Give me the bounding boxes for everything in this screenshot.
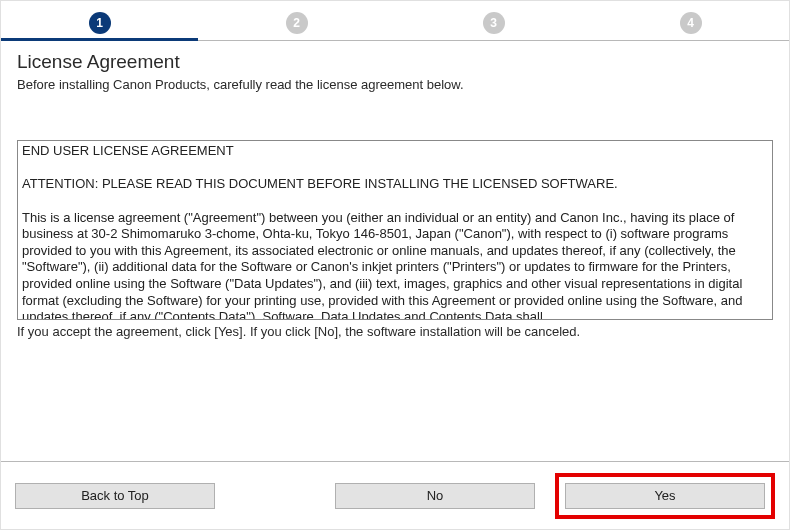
step-4: 4	[592, 12, 789, 34]
step-indicator: 1 2 3 4	[1, 1, 789, 41]
footer-bar: Back to Top No Yes	[1, 461, 789, 529]
step-2-circle: 2	[286, 12, 308, 34]
step-3: 3	[395, 12, 592, 34]
step-1: 1	[1, 12, 198, 34]
accept-note: If you accept the agreement, click [Yes]…	[17, 324, 773, 339]
yes-button[interactable]: Yes	[565, 483, 765, 509]
content-area: License Agreement Before installing Cano…	[1, 41, 789, 461]
active-step-underline	[1, 38, 198, 41]
back-to-top-button[interactable]: Back to Top	[15, 483, 215, 509]
license-text-area[interactable]	[17, 140, 773, 320]
page-subtitle: Before installing Canon Products, carefu…	[17, 77, 773, 92]
installer-wizard: 1 2 3 4 License Agreement Before install…	[0, 0, 790, 530]
step-1-circle: 1	[89, 12, 111, 34]
step-3-circle: 3	[483, 12, 505, 34]
page-title: License Agreement	[17, 51, 773, 73]
no-button[interactable]: No	[335, 483, 535, 509]
step-2: 2	[198, 12, 395, 34]
step-4-circle: 4	[680, 12, 702, 34]
yes-highlight-box: Yes	[555, 473, 775, 519]
